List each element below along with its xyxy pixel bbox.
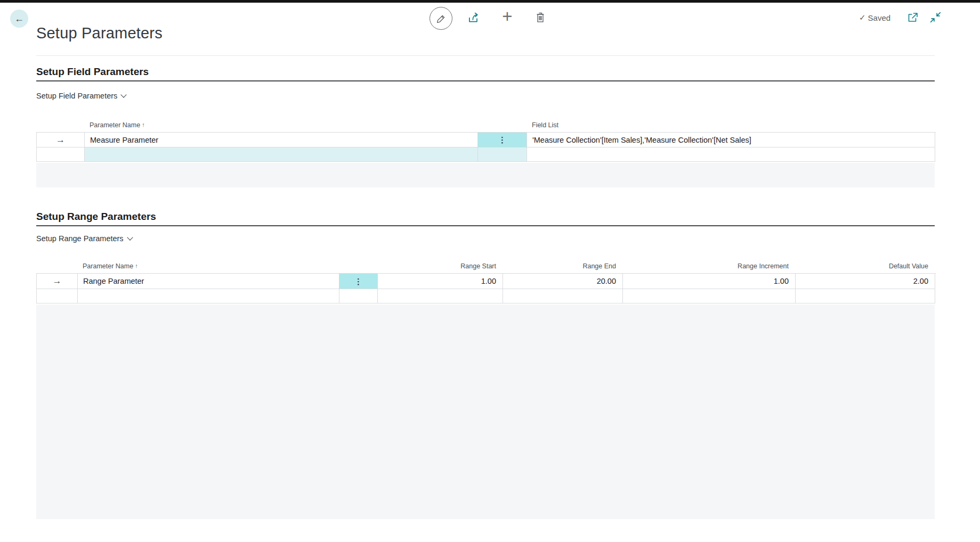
assist-edit-cell-empty[interactable]: [478, 147, 527, 162]
range-parameters-empty-area: [36, 305, 935, 519]
assist-edit-button[interactable]: ⋮: [478, 133, 527, 147]
ellipsis-vertical-icon: ⋮: [354, 277, 362, 285]
section-rule: [36, 225, 935, 226]
active-row-arrow-icon: →: [53, 276, 62, 286]
share-icon: [467, 11, 481, 24]
parameter-name-cell[interactable]: Measure Parameter: [85, 133, 478, 147]
window-top-bar: [0, 0, 980, 3]
parameter-name-cell-empty[interactable]: [85, 147, 478, 162]
share-button[interactable]: [466, 10, 481, 25]
range-start-cell[interactable]: 1.00: [378, 274, 503, 289]
range-start-cell-empty[interactable]: [378, 289, 503, 303]
collapse-arrows-icon: [929, 11, 942, 24]
back-button[interactable]: ←: [10, 10, 28, 28]
parameter-name-cell[interactable]: Range Parameter: [78, 274, 339, 289]
range-end-cell-empty[interactable]: [503, 289, 623, 303]
assist-edit-button[interactable]: ⋮: [339, 274, 378, 289]
field-parameters-view-dropdown[interactable]: Setup Field Parameters: [36, 92, 126, 100]
column-header-range-increment[interactable]: Range Increment: [622, 262, 795, 273]
back-arrow-icon: ←: [14, 13, 24, 24]
column-header-range-end[interactable]: Range End: [503, 262, 622, 273]
ellipsis-vertical-icon: ⋮: [498, 136, 506, 144]
sort-ascending-icon: ↑: [135, 262, 138, 269]
chevron-down-icon: [121, 92, 127, 97]
column-header-range-start[interactable]: Range Start: [377, 262, 503, 273]
chevron-down-icon: [127, 234, 133, 240]
assist-edit-cell-empty[interactable]: [339, 289, 378, 303]
column-header-parameter-name[interactable]: Parameter Name↑: [77, 262, 339, 273]
save-status: ✓ Saved: [859, 13, 890, 22]
row-selector-cell[interactable]: [37, 147, 85, 162]
column-header-field-list[interactable]: Field List: [527, 121, 935, 132]
row-selector-cell[interactable]: →: [37, 133, 85, 147]
section-rule: [36, 80, 935, 81]
plus-icon: +: [502, 6, 512, 27]
section-title-range-parameters: Setup Range Parameters: [36, 211, 156, 223]
range-parameters-view-dropdown[interactable]: Setup Range Parameters: [36, 234, 132, 243]
field-parameters-table: → Measure Parameter ⋮ 'Measure Collectio…: [36, 132, 936, 162]
range-end-cell[interactable]: 20.00: [503, 274, 623, 289]
field-list-cell-empty[interactable]: [527, 147, 935, 162]
dropdown-label: Setup Field Parameters: [36, 92, 117, 100]
field-parameters-column-headers: Parameter Name↑ Field List: [36, 118, 935, 132]
page-title: Setup Parameters: [36, 24, 163, 42]
popout-icon: [906, 11, 919, 24]
dropdown-label: Setup Range Parameters: [36, 234, 124, 243]
default-value-cell[interactable]: 2.00: [796, 274, 935, 289]
sort-ascending-icon: ↑: [142, 121, 145, 128]
column-header-parameter-name[interactable]: Parameter Name↑: [84, 121, 477, 132]
pencil-icon: [436, 13, 447, 24]
open-in-new-window-button[interactable]: [906, 11, 920, 24]
active-row-arrow-icon: →: [56, 135, 65, 145]
save-status-label: Saved: [868, 13, 891, 22]
column-header-default-value[interactable]: Default Value: [795, 262, 935, 273]
check-icon: ✓: [859, 13, 866, 22]
edit-button[interactable]: [430, 7, 452, 30]
new-button[interactable]: +: [499, 5, 516, 28]
field-parameters-empty-area: [36, 163, 935, 187]
trash-icon: [534, 11, 547, 24]
range-parameters-table: → Range Parameter ⋮ 1.00 20.00 1.00 2.00: [36, 273, 936, 303]
range-parameters-column-headers: Parameter Name↑ Range Start Range End Ra…: [36, 259, 935, 273]
section-title-field-parameters: Setup Field Parameters: [36, 66, 149, 78]
range-increment-cell[interactable]: 1.00: [623, 274, 796, 289]
row-selector-cell[interactable]: →: [37, 274, 78, 289]
collapse-button[interactable]: [928, 10, 943, 24]
field-list-cell[interactable]: 'Measure Collection'[Item Sales],'Measur…: [527, 133, 935, 147]
parameter-name-cell-empty[interactable]: [78, 289, 339, 303]
delete-button[interactable]: [533, 10, 548, 26]
title-divider: [36, 55, 935, 56]
setup-parameters-page: ← +: [0, 0, 980, 542]
range-increment-cell-empty[interactable]: [623, 289, 796, 303]
row-selector-cell[interactable]: [37, 289, 78, 303]
default-value-cell-empty[interactable]: [796, 289, 935, 303]
